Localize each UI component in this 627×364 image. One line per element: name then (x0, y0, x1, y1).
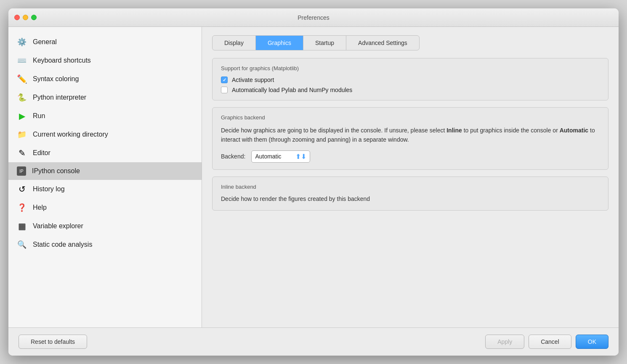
content-area: Display Graphics Startup Advanced Settin… (202, 27, 619, 327)
activate-support-row: Activate support (221, 76, 600, 83)
sidebar-item-label: IPython console (32, 167, 80, 175)
backend-dropdown[interactable]: Automatic ⬆⬇ (251, 150, 310, 163)
tab-advanced-settings[interactable]: Advanced Settings (346, 36, 419, 50)
backend-section-title: Graphics backend (221, 114, 600, 121)
sidebar-item-label: Variable explorer (33, 222, 83, 230)
window-title: Preferences (298, 14, 329, 21)
backend-select-value: Automatic (255, 153, 281, 160)
sidebar-item-label: Help (33, 204, 47, 211)
sidebar-item-current-working-directory[interactable]: 📁 Current working directory (8, 125, 202, 144)
python-icon: 🐍 (17, 92, 27, 103)
stepper-icon: ⬆⬇ (295, 153, 306, 161)
backend-description: Decide how graphics are going to be disp… (221, 126, 600, 145)
sidebar-item-label: Python interpreter (33, 94, 86, 101)
tab-startup[interactable]: Startup (303, 36, 346, 50)
run-icon: ▶ (17, 111, 27, 121)
auto-load-checkbox[interactable] (221, 87, 228, 93)
sidebar-item-label: Keyboard shortcuts (33, 57, 91, 64)
tab-bar: Display Graphics Startup Advanced Settin… (212, 35, 420, 50)
sidebar-item-help[interactable]: ❓ Help (8, 198, 202, 217)
ok-button[interactable]: OK (576, 335, 608, 349)
support-section-title: Support for graphics (Matplotlib) (221, 65, 600, 71)
grid-icon: ▦ (17, 221, 27, 231)
cancel-button[interactable]: Cancel (529, 335, 571, 349)
gear-icon: ⚙️ (17, 37, 27, 47)
graphics-backend-section: Graphics backend Decide how graphics are… (212, 107, 608, 170)
titlebar: Preferences (8, 8, 619, 27)
sidebar-item-syntax-coloring[interactable]: ✏️ Syntax coloring (8, 70, 202, 88)
history-icon: ↺ (17, 184, 27, 194)
folder-icon: 📁 (17, 129, 27, 140)
inline-section-title: Inline backend (221, 184, 600, 190)
backend-row: Backend: Automatic ⬆⬇ (221, 150, 600, 163)
maximize-button[interactable] (31, 15, 37, 20)
analysis-icon: 🔍 (17, 240, 27, 250)
apply-button[interactable]: Apply (485, 335, 524, 349)
sidebar-item-variable-explorer[interactable]: ▦ Variable explorer (8, 217, 202, 235)
inline-backend-section: Inline backend Decide how to render the … (212, 177, 608, 211)
sidebar-item-label: Editor (33, 149, 50, 157)
sidebar-item-run[interactable]: ▶ Run (8, 107, 202, 125)
close-button[interactable] (14, 15, 20, 20)
sidebar-item-label: Run (33, 112, 45, 120)
sidebar-item-label: Syntax coloring (33, 75, 79, 83)
footer: Reset to defaults Apply Cancel OK (8, 327, 619, 356)
activate-support-checkbox[interactable] (221, 76, 228, 83)
minimize-button[interactable] (23, 15, 28, 20)
pencil-icon: ✏️ (17, 74, 27, 84)
graphics-panel: Support for graphics (Matplotlib) Activa… (212, 58, 608, 319)
sidebar-item-general[interactable]: ⚙️ General (8, 33, 202, 51)
sidebar-item-label: General (33, 38, 57, 46)
reset-to-defaults-button[interactable]: Reset to defaults (19, 335, 87, 349)
sidebar-item-label: Static code analysis (33, 241, 92, 248)
preferences-window: Preferences ⚙️ General ⌨️ Keyboard short… (8, 8, 619, 356)
sidebar-item-static-code-analysis[interactable]: 🔍 Static code analysis (8, 235, 202, 254)
auto-load-row: Automatically load Pylab and NumPy modul… (221, 87, 600, 93)
help-icon: ❓ (17, 203, 27, 213)
sidebar-item-ipython-console[interactable]: IP IPython console (8, 162, 202, 180)
sidebar: ⚙️ General ⌨️ Keyboard shortcuts ✏️ Synt… (8, 27, 202, 327)
tab-graphics[interactable]: Graphics (256, 36, 303, 50)
inline-description: Decide how to render the figures created… (221, 194, 600, 203)
sidebar-item-editor[interactable]: ✎ Editor (8, 144, 202, 162)
backend-label: Backend: (221, 153, 245, 160)
editor-icon: ✎ (17, 148, 27, 158)
support-graphics-section: Support for graphics (Matplotlib) Activa… (212, 58, 608, 100)
sidebar-item-python-interpreter[interactable]: 🐍 Python interpreter (8, 88, 202, 107)
tab-display[interactable]: Display (213, 36, 256, 50)
footer-right-buttons: Apply Cancel OK (485, 335, 608, 349)
main-content: ⚙️ General ⌨️ Keyboard shortcuts ✏️ Synt… (8, 27, 619, 327)
sidebar-item-history-log[interactable]: ↺ History log (8, 180, 202, 198)
traffic-lights (14, 15, 37, 20)
sidebar-item-label: History log (33, 185, 65, 193)
ipython-icon: IP (17, 166, 26, 176)
sidebar-item-keyboard-shortcuts[interactable]: ⌨️ Keyboard shortcuts (8, 51, 202, 70)
sidebar-item-label: Current working directory (33, 131, 108, 138)
activate-support-label: Activate support (232, 76, 274, 83)
auto-load-label: Automatically load Pylab and NumPy modul… (232, 87, 352, 93)
keyboard-icon: ⌨️ (17, 55, 27, 66)
